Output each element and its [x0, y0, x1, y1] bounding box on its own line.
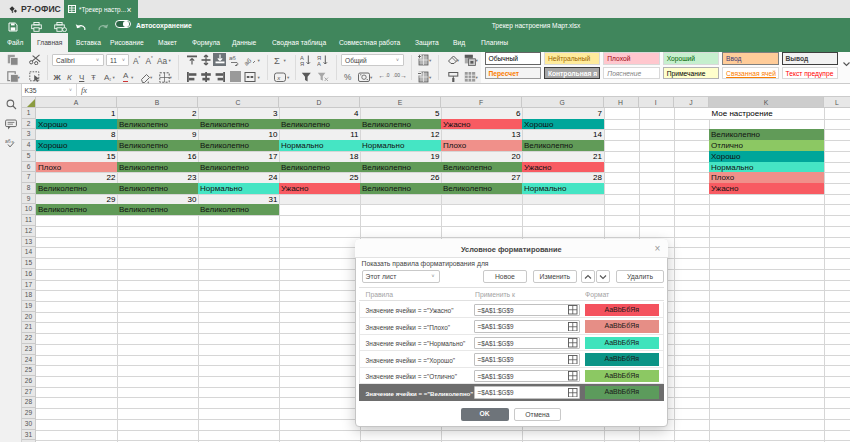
svg-text:x: x	[276, 74, 281, 80]
svg-text:аб: аб	[244, 56, 253, 65]
svg-text:Я: Я	[300, 61, 304, 66]
svg-text:А: А	[300, 54, 304, 60]
svg-text:аб: аб	[5, 138, 11, 144]
svg-text:аб: аб	[229, 55, 236, 61]
svg-text:А: А	[317, 61, 321, 66]
svg-text:Я: Я	[317, 54, 321, 60]
